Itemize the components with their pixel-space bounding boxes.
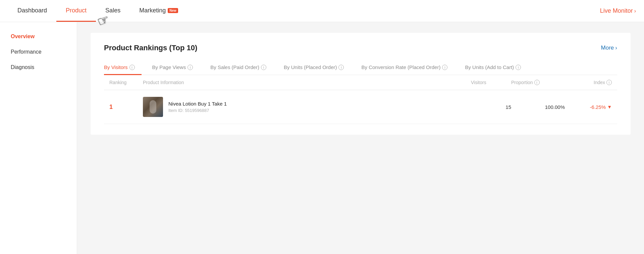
cell-proportion: 100.00% <box>511 104 565 110</box>
rank-number: 1 <box>109 104 143 111</box>
live-monitor-arrow: › <box>634 8 636 14</box>
col-ranking-header: Ranking <box>109 80 143 85</box>
sidebar-item-diagnosis[interactable]: Diagnosis <box>0 60 77 75</box>
product-name: Nivea Lotion Buy 1 Take 1 <box>168 101 227 107</box>
product-image <box>143 97 163 117</box>
product-info: Nivea Lotion Buy 1 Take 1 Item ID: 55195… <box>143 97 471 117</box>
nav-tab-product[interactable]: Product <box>56 0 96 22</box>
nav-tab-marketing[interactable]: Marketing New <box>130 0 187 22</box>
by-visitors-info-icon[interactable]: i <box>129 65 135 70</box>
sidebar-item-overview[interactable]: Overview <box>0 29 77 44</box>
tab-by-conversion-rate[interactable]: By Conversion Rate (Placed Order) i <box>361 60 454 75</box>
live-monitor-link[interactable]: Live Monitor › <box>600 7 636 14</box>
main-content: Product Rankings (Top 10) More › By Visi… <box>77 22 644 254</box>
col-product-header: Product Information <box>143 80 471 85</box>
col-index-header: Index i <box>565 80 612 85</box>
trend-down-icon: ▼ <box>607 104 612 110</box>
product-rankings-card: Product Rankings (Top 10) More › By Visi… <box>91 33 631 135</box>
tab-by-visitors[interactable]: By Visitors i <box>104 60 142 75</box>
col-proportion-header: Proportion i <box>511 80 565 85</box>
cell-index: -6.25% ▼ <box>565 104 612 110</box>
table-header: Ranking Product Information Visitors Pro… <box>104 75 617 90</box>
product-details: Nivea Lotion Buy 1 Take 1 Item ID: 55195… <box>168 101 227 113</box>
more-arrow: › <box>615 45 617 51</box>
by-page-views-info-icon[interactable]: i <box>187 65 193 70</box>
card-header: Product Rankings (Top 10) More › <box>104 44 617 52</box>
product-id: Item ID: 5519596887 <box>168 108 227 113</box>
more-link[interactable]: More › <box>601 45 617 51</box>
col-visitors-header: Visitors <box>471 80 511 85</box>
tab-by-sales-paid[interactable]: By Sales (Paid Order) i <box>210 60 273 75</box>
nav-tab-dashboard[interactable]: Dashboard <box>8 0 56 22</box>
cell-visitors: 15 <box>471 104 511 110</box>
marketing-new-badge: New <box>168 8 178 13</box>
top-nav: Dashboard Product Sales Marketing New Li… <box>0 0 644 22</box>
tab-by-units-add-to-cart[interactable]: By Units (Add to Cart) i <box>465 60 528 75</box>
nav-tab-sales[interactable]: Sales <box>96 0 130 22</box>
by-conversion-rate-info-icon[interactable]: i <box>442 65 447 70</box>
ranking-tabs: By Visitors i By Page Views i By Sales (… <box>104 60 617 75</box>
main-layout: Overview Performance Diagnosis Product R… <box>0 22 644 254</box>
product-image-inner <box>143 97 163 117</box>
index-info-icon[interactable]: i <box>606 80 612 85</box>
by-sales-paid-info-icon[interactable]: i <box>261 65 266 70</box>
proportion-info-icon[interactable]: i <box>534 80 540 85</box>
tab-by-page-views[interactable]: By Page Views i <box>152 60 200 75</box>
card-title: Product Rankings (Top 10) <box>104 44 197 52</box>
nav-tabs: Dashboard Product Sales Marketing New <box>8 0 187 22</box>
by-units-placed-info-icon[interactable]: i <box>338 65 344 70</box>
by-units-add-to-cart-info-icon[interactable]: i <box>516 65 521 70</box>
tab-by-units-placed[interactable]: By Units (Placed Order) i <box>284 60 351 75</box>
sidebar-item-performance[interactable]: Performance <box>0 44 77 60</box>
table-row: 1 Nivea Lotion Buy 1 Take 1 Item ID: 551… <box>104 90 617 124</box>
sidebar: Overview Performance Diagnosis <box>0 22 77 254</box>
